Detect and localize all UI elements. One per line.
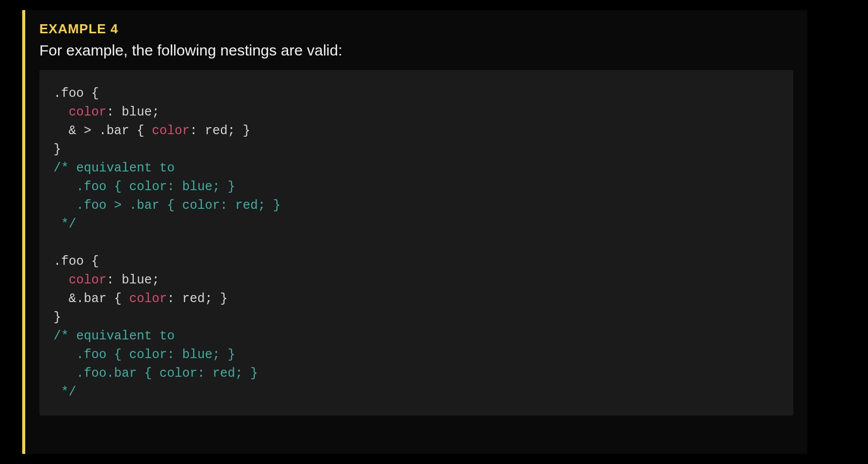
page-root: EXAMPLE 4 For example, the following nes… xyxy=(0,0,868,464)
code-brace: ; } xyxy=(228,124,250,138)
code-property: color xyxy=(129,292,167,306)
code-comment: /* equivalent to xyxy=(53,161,175,176)
code-selector: &.bar xyxy=(69,292,114,306)
code-colon: : xyxy=(190,124,205,138)
code-indent xyxy=(53,105,69,120)
code-comment: */ xyxy=(53,217,76,231)
code-brace: { xyxy=(137,124,152,138)
code-block: .foo { color: blue; & > .bar { color: re… xyxy=(39,70,793,416)
code-property: color xyxy=(69,273,106,287)
code-value: blue xyxy=(122,273,152,287)
code-colon: : xyxy=(167,292,182,306)
code-selector: .foo xyxy=(53,86,91,101)
code-property: color xyxy=(152,124,190,138)
example-label: EXAMPLE 4 xyxy=(39,21,793,37)
code-property: color xyxy=(69,105,106,120)
code-brace: { xyxy=(114,292,129,306)
code-comment: /* equivalent to xyxy=(53,329,175,343)
code-brace: { xyxy=(91,86,99,101)
code-comment: .foo { color: blue; } xyxy=(53,180,235,194)
code-selector: .foo xyxy=(53,254,91,269)
example-box: EXAMPLE 4 For example, the following nes… xyxy=(22,10,807,454)
code-value: red xyxy=(182,292,205,306)
code-comment: .foo { color: blue; } xyxy=(53,347,235,362)
code-brace: ; } xyxy=(205,292,228,306)
code-indent xyxy=(53,292,69,306)
code-value: blue xyxy=(122,105,152,120)
example-description: For example, the following nestings are … xyxy=(39,42,793,59)
code-brace: } xyxy=(53,142,61,157)
code-brace: } xyxy=(53,310,61,325)
code-comment: .foo.bar { color: red; } xyxy=(53,366,258,381)
code-indent xyxy=(53,124,69,138)
code-comment: */ xyxy=(53,385,76,399)
code-colon: : xyxy=(106,273,122,287)
code-value: red xyxy=(205,124,228,138)
code-semicolon: ; xyxy=(152,273,159,287)
code-comment: .foo > .bar { color: red; } xyxy=(53,198,281,213)
code-semicolon: ; xyxy=(152,105,159,120)
code-selector: & > .bar xyxy=(69,124,137,138)
code-colon: : xyxy=(106,105,122,120)
code-indent xyxy=(53,273,69,287)
code-brace: { xyxy=(91,254,99,269)
